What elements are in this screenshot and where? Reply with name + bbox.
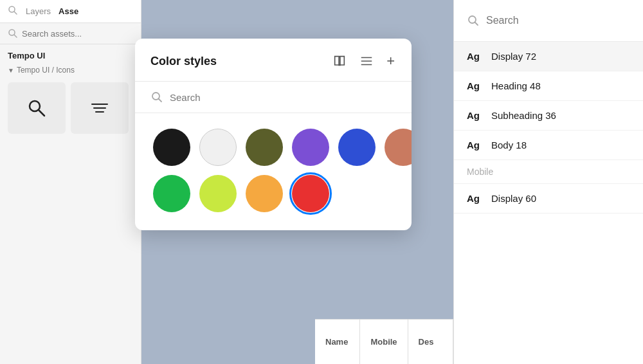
left-search-input[interactable]: [22, 29, 133, 39]
modal-search-bar: [135, 82, 412, 113]
color-styles-modal: Color styles +: [135, 39, 412, 230]
style-name-display60: Display 60: [491, 193, 536, 204]
style-name-display72: Display 72: [491, 51, 536, 62]
svg-line-12: [475, 23, 478, 26]
search-icon-small: [8, 5, 18, 17]
modal-search-icon: [150, 91, 163, 104]
color-swatch-red[interactable]: [292, 175, 329, 212]
svg-line-1: [14, 12, 17, 14]
tab-layers[interactable]: Layers: [26, 6, 51, 16]
right-search-bar: [454, 0, 643, 42]
left-search-icon: [8, 28, 18, 39]
mobile-styles-list: Ag Display 60: [454, 184, 643, 214]
color-swatch-salmon[interactable]: [385, 129, 412, 166]
mobile-group-label: Mobile: [454, 160, 643, 184]
text-style-display60[interactable]: Ag Display 60: [454, 184, 643, 214]
table-col-des: Des: [408, 320, 453, 364]
color-grid: [135, 113, 412, 230]
left-sidebar: Layers Asse Tempo UI ▼ Tempo UI / Icons: [0, 0, 141, 364]
modal-title: Color styles: [150, 55, 217, 68]
section-title: Tempo UI: [0, 44, 141, 63]
list-button[interactable]: [358, 53, 375, 69]
style-name-heading48: Heading 48: [491, 80, 541, 91]
right-search-icon: [467, 14, 480, 27]
color-swatch-purple[interactable]: [292, 129, 329, 166]
style-name-body18: Body 18: [491, 140, 527, 150]
color-swatch-green[interactable]: [153, 175, 190, 212]
text-style-heading48[interactable]: Ag Heading 48: [454, 71, 643, 101]
table-col-mobile: Mobile: [360, 320, 408, 364]
svg-point-4: [30, 101, 40, 111]
collapse-icon: ▼: [8, 67, 14, 74]
icon-box-menu[interactable]: [71, 82, 129, 134]
svg-line-5: [39, 111, 45, 116]
text-styles-list: Ag Display 72 Ag Heading 48 Ag Subheadin…: [454, 42, 643, 160]
sub-section-title[interactable]: ▼ Tempo UI / Icons: [0, 63, 141, 77]
table-col-name: Name: [315, 320, 360, 364]
left-search-bar: [0, 23, 141, 44]
left-tabs: Layers Asse: [0, 0, 141, 23]
bottom-table: NameMobileDes: [315, 319, 453, 364]
sub-section-label: Tempo UI / Icons: [17, 66, 75, 75]
modal-search-input[interactable]: [170, 92, 396, 103]
add-button[interactable]: +: [385, 51, 396, 71]
tab-assets[interactable]: Asse: [59, 6, 78, 16]
color-swatch-olive[interactable]: [246, 129, 283, 166]
icon-grid: [0, 77, 141, 139]
modal-header: Color styles +: [135, 39, 412, 82]
list-icon: [359, 54, 374, 68]
book-icon: [332, 54, 347, 68]
ag-label-display72: Ag: [467, 51, 482, 62]
book-button[interactable]: [331, 53, 348, 69]
ag-label-heading48: Ag: [467, 80, 482, 91]
menu-icon: [91, 104, 108, 113]
magnify-icon: [26, 98, 47, 118]
text-style-display72[interactable]: Ag Display 72: [454, 42, 643, 71]
modal-actions: +: [331, 51, 396, 71]
text-style-subheading36[interactable]: Ag Subheading 36: [454, 101, 643, 131]
right-panel: Ag Display 72 Ag Heading 48 Ag Subheadin…: [453, 0, 643, 364]
text-style-body18[interactable]: Ag Body 18: [454, 131, 643, 160]
right-search-input[interactable]: [486, 15, 630, 26]
color-swatch-orange[interactable]: [246, 175, 283, 212]
style-name-subheading36: Subheading 36: [491, 110, 556, 121]
ag-label-body18: Ag: [467, 140, 482, 150]
ag-label-subheading36: Ag: [467, 110, 482, 121]
color-swatch-lime[interactable]: [199, 175, 237, 212]
color-swatch-black[interactable]: [153, 129, 190, 166]
svg-line-3: [14, 35, 17, 37]
ag-label-display60: Ag: [467, 193, 482, 204]
icon-box-search[interactable]: [8, 82, 66, 134]
svg-line-10: [159, 99, 162, 102]
color-swatch-white[interactable]: [199, 129, 237, 166]
color-swatch-blue[interactable]: [338, 129, 376, 166]
